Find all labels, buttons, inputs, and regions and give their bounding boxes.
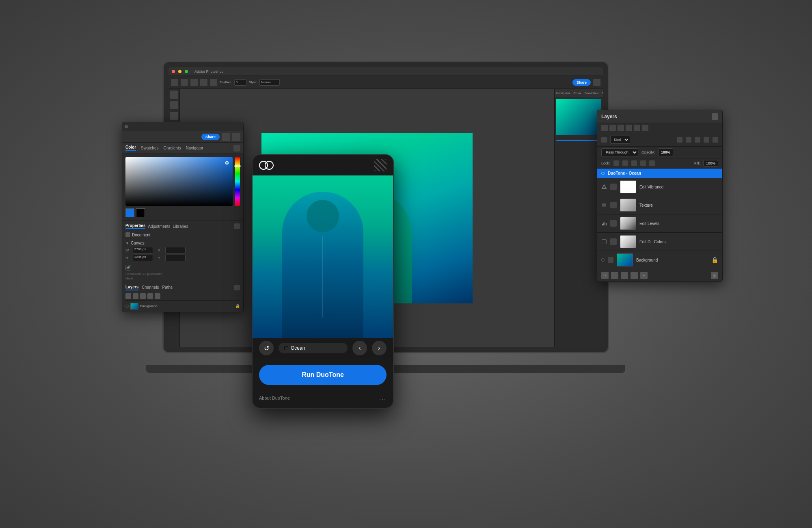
layer-row-colors[interactable]: Edit D...Colors (597, 233, 722, 251)
layer-visibility-icon[interactable] (125, 305, 129, 308)
y-input[interactable] (165, 255, 186, 261)
link-icon[interactable]: 🔗 (125, 265, 131, 270)
close-dot[interactable] (172, 70, 175, 73)
crop-tool[interactable] (170, 112, 178, 120)
home-icon[interactable] (171, 79, 178, 86)
fx-icon[interactable] (677, 137, 682, 143)
lock-transparent-icon[interactable] (613, 160, 619, 166)
visibility-icon-3[interactable] (601, 221, 607, 226)
blend-mode-select[interactable]: Pass Through (601, 148, 638, 156)
zoom-slider[interactable] (556, 140, 601, 141)
add-fx-icon[interactable]: fx (601, 272, 609, 279)
navigator-tab-color[interactable]: Navigator (186, 146, 203, 150)
layers-icon-3[interactable] (140, 293, 146, 299)
marquee-icon[interactable] (190, 79, 198, 86)
panel-share-button[interactable]: Share (201, 134, 220, 140)
layer-thumb-texture (620, 199, 636, 212)
search-layers-icon[interactable] (601, 137, 607, 143)
swatches-tab[interactable]: Swatches (584, 91, 598, 95)
type-icon[interactable] (618, 125, 624, 131)
properties-options-icon[interactable] (234, 223, 240, 229)
panel-menu-icon[interactable] (232, 133, 240, 141)
color-gradient-area[interactable] (125, 157, 233, 206)
hue-slider[interactable] (235, 157, 240, 206)
feather-input[interactable]: 0 (234, 79, 246, 86)
fill-value[interactable]: 100% (703, 160, 718, 167)
gradients-tab[interactable]: Gradients (163, 146, 181, 150)
select-icon[interactable] (181, 79, 188, 86)
color-tab[interactable]: Color (573, 91, 581, 95)
opacity-value[interactable]: 100% (658, 148, 673, 156)
layers-icon-5[interactable] (155, 293, 160, 299)
layer-row-levels[interactable]: Edit Levels (597, 214, 722, 233)
foreground-swatch[interactable] (125, 208, 134, 217)
run-duotone-button[interactable]: Run DuoTone (259, 365, 387, 385)
kind-select[interactable]: Kind (610, 136, 630, 144)
delete-layer-icon[interactable]: 🗑 (711, 272, 718, 279)
pixel-icon[interactable] (642, 125, 648, 131)
more-options-icon[interactable]: ... (379, 395, 387, 401)
minimize-dot[interactable] (178, 70, 181, 73)
prev-button[interactable]: ‹ (352, 341, 367, 355)
layer-row-texture[interactable]: Texture (597, 196, 722, 214)
background-swatch[interactable] (136, 208, 145, 217)
swatches-tab[interactable]: Swatches (141, 146, 158, 150)
maximize-dot[interactable] (185, 70, 188, 73)
visibility-icon-2[interactable] (601, 202, 607, 208)
filter-icon[interactable] (601, 125, 608, 131)
visibility-icon-1[interactable] (601, 184, 607, 190)
preset-tag[interactable]: 🏷 Ocean (279, 343, 348, 353)
properties-tab-active[interactable]: Properties (125, 223, 145, 229)
height-input[interactable]: 3245 px (133, 255, 153, 261)
width-input[interactable]: 5769 px (133, 247, 153, 253)
pixel-icon-2[interactable] (686, 137, 691, 143)
panel-search-icon[interactable] (222, 133, 230, 141)
navigator-tab[interactable]: Navigator (556, 91, 570, 95)
add-group-icon[interactable] (631, 272, 638, 279)
select-tool[interactable] (170, 101, 178, 109)
move-tool[interactable] (170, 91, 178, 99)
adjustments-tab[interactable]: Adjustments (148, 224, 170, 229)
gradients-tab[interactable]: Gradients (602, 91, 603, 95)
layers-options-icon[interactable] (234, 285, 240, 290)
shape-icon[interactable] (626, 125, 632, 131)
add-adjustment-icon[interactable] (621, 272, 628, 279)
magic-wand-icon[interactable] (210, 79, 217, 86)
search-icon[interactable] (593, 79, 600, 86)
duotone-group-layer[interactable]: DuoTone - Ocean (597, 169, 722, 178)
width-row: W 5769 px X (125, 247, 240, 253)
panel-options-icon[interactable] (233, 145, 240, 151)
layer-row-vibrance[interactable]: Edit Vibrance (597, 178, 722, 196)
layers-icon-2[interactable] (133, 293, 138, 299)
libraries-tab[interactable]: Libraries (173, 224, 188, 229)
bg-icon[interactable] (713, 137, 718, 143)
style-select[interactable]: Normal (259, 79, 280, 86)
layers-tab-active[interactable]: Layers (125, 285, 138, 290)
layers-menu-icon[interactable] (712, 113, 718, 120)
channels-tab[interactable]: Channels (142, 285, 159, 290)
lock-artboard-icon[interactable] (631, 160, 637, 166)
lock-all-icon[interactable] (649, 160, 655, 166)
bg-visibility-icon[interactable] (601, 258, 605, 262)
refresh-button[interactable]: ↺ (259, 341, 274, 355)
add-mask-icon[interactable] (611, 272, 618, 279)
x-input[interactable] (165, 247, 186, 253)
smart-icon[interactable] (704, 137, 709, 143)
color-tab-active[interactable]: Color (125, 145, 136, 151)
background-layer[interactable]: Background 🔒 (597, 251, 722, 269)
visibility-icon-4[interactable] (601, 239, 607, 245)
smart-object-icon[interactable] (634, 125, 640, 131)
group-visibility[interactable] (601, 172, 605, 175)
layers-icon-4[interactable] (147, 293, 153, 299)
layers-icon-1[interactable] (125, 293, 131, 299)
paths-tab[interactable]: Paths (162, 285, 173, 290)
lasso-icon[interactable] (200, 79, 207, 86)
next-button[interactable]: › (372, 341, 387, 355)
add-layer-icon[interactable]: + (640, 272, 648, 279)
adjustment-icon[interactable] (609, 125, 616, 131)
vector-icon[interactable] (695, 137, 700, 143)
lock-image-icon[interactable] (622, 160, 628, 166)
share-button[interactable]: Share (572, 79, 591, 86)
lock-position-icon[interactable] (640, 160, 646, 166)
canvas-section: ▼ Canvas W 5769 px X H 3245 px Y (125, 239, 240, 280)
